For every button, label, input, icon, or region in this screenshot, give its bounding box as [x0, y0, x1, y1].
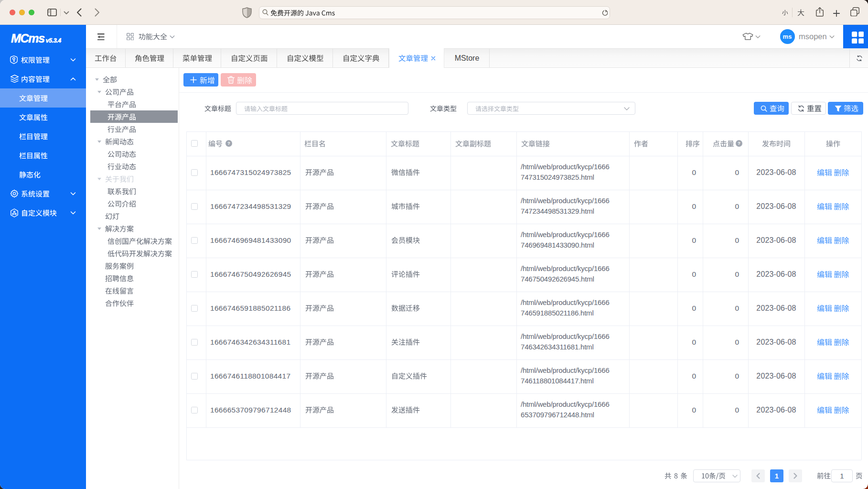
svg-text:?: ? — [738, 141, 740, 146]
svg-text:?: ? — [227, 141, 230, 146]
